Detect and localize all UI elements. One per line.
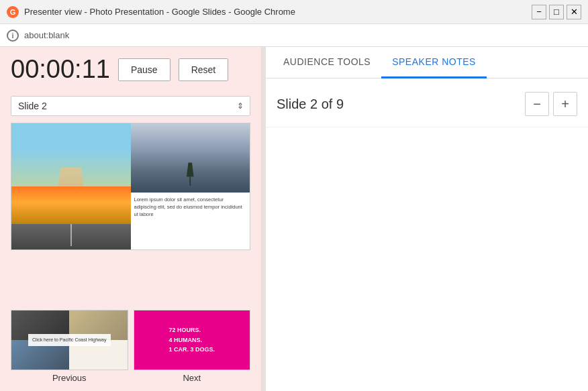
cell-lorem-abs: Lorem ipsum dolor sit amet, consectetur … [131,192,250,249]
slide-info-text: Slide 2 of 9 [277,97,344,112]
next-label: Next [183,373,201,383]
window-title: Presenter view - Photo Presentation - Go… [24,7,295,17]
left-panel: 00:00:11 Pause Reset Slide 1 Slide 2 Sli… [0,47,262,391]
restore-button[interactable]: □ [549,5,564,19]
pause-button[interactable]: Pause [118,58,170,81]
tab-audience[interactable]: AUDIENCE TOOLS [273,47,381,78]
next-thumb-img: 72 HOURS. 4 HUMANS. 1 CAR. 3 DOGS. [134,310,251,370]
next-thumbnail[interactable]: 72 HOURS. 4 HUMANS. 1 CAR. 3 DOGS. Next [134,310,251,383]
minimize-button[interactable]: − [532,5,546,19]
tabs-row: AUDIENCE TOOLS SPEAKER NOTES [266,47,588,78]
cell-hiker-abs [131,123,250,192]
prev-thumb-text: Click here to Pacific Coast Highway [28,334,111,347]
timer-row: 00:00:11 Pause Reset [0,47,261,92]
prev-thumbnail[interactable]: Click here to Pacific Coast Highway Prev… [11,310,128,383]
addressbar: i about:blank [0,24,588,47]
next-thumb-text: 72 HOURS. 4 HUMANS. 1 CAR. 3 DOGS. [168,325,215,354]
app-icon: G [7,6,19,18]
zoom-controls: − + [525,92,577,116]
window-controls: − □ ✕ [532,5,581,19]
timer-display: 00:00:11 [11,55,110,84]
close-button[interactable]: ✕ [567,5,581,19]
next-thumb-bg: 72 HOURS. 4 HUMANS. 1 CAR. 3 DOGS. [134,311,250,370]
current-slide-preview: Lorem ipsum dolor sit amet, consectetur … [11,123,250,250]
zoom-in-button[interactable]: + [553,92,577,116]
main-content: 00:00:11 Pause Reset Slide 1 Slide 2 Sli… [0,47,588,391]
prev-label: Previous [52,373,87,383]
prev-thumb-bg: Click here to Pacific Coast Highway [11,311,128,370]
right-panel: AUDIENCE TOOLS SPEAKER NOTES Slide 2 of … [266,47,588,391]
prev-thumb-img: Click here to Pacific Coast Highway [11,310,128,370]
slide-selector-row: Slide 1 Slide 2 Slide 3 Slide 4 Slide 5 … [0,92,261,123]
tab-speaker[interactable]: SPEAKER NOTES [381,47,487,78]
slide-preview-area: Lorem ipsum dolor sit amet, consectetur … [0,123,261,310]
info-icon[interactable]: i [7,30,19,42]
nav-thumbnails-row: Click here to Pacific Coast Highway Prev… [0,310,261,391]
reset-button[interactable]: Reset [179,58,229,81]
nav-thumbnails: Click here to Pacific Coast Highway Prev… [11,310,250,383]
speaker-notes-area [266,127,588,391]
cell-sunset-abs [11,186,131,249]
titlebar: G Presenter view - Photo Presentation - … [0,0,588,24]
zoom-out-button[interactable]: − [525,92,549,116]
slide-selector[interactable]: Slide 1 Slide 2 Slide 3 Slide 4 Slide 5 … [11,96,250,116]
slide-info-row: Slide 2 of 9 − + [266,78,588,127]
url-display: about:blank [24,30,69,40]
slide-selector-wrapper: Slide 1 Slide 2 Slide 3 Slide 4 Slide 5 … [11,96,250,116]
thumb-overlay: Click here to Pacific Coast Highway [11,311,128,370]
